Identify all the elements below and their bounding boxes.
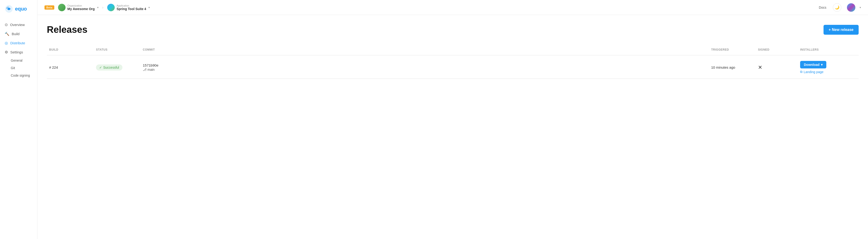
theme-toggle-button[interactable]: 🌙 [833, 3, 841, 12]
sidebar-item-label-overview: Overview [10, 23, 25, 27]
breadcrumb-arrow-icon: › [102, 5, 103, 9]
page-title: Releases [47, 24, 87, 35]
sidebar-item-label-distribute: Distribute [10, 41, 25, 45]
build-number: # 224 [47, 64, 94, 71]
installers-col: Download ▾ ⧉ Landing page [800, 61, 856, 74]
signed-x-icon: ✕ [758, 64, 762, 70]
col-status: STATUS [94, 47, 141, 53]
checkmark-icon: ✓ [99, 66, 102, 69]
download-label: Download [804, 63, 819, 66]
beta-badge: Beta [44, 5, 54, 9]
sidebar-sub-item-code-signing[interactable]: Code signing [0, 72, 37, 79]
col-installers: INSTALLERS [798, 47, 859, 53]
col-commit: COMMIT [141, 47, 709, 53]
svg-point-1 [8, 8, 10, 10]
user-chevron-icon[interactable]: ▾ [860, 6, 861, 9]
installers-cell: Download ▾ ⧉ Landing page [798, 60, 859, 75]
page-header: Releases + New release [47, 24, 859, 35]
releases-table: BUILD STATUS COMMIT TRIGGERED SIGNED INS… [47, 44, 859, 79]
status-badge: ✓ Successful [96, 64, 122, 70]
moon-icon: 🌙 [835, 5, 839, 9]
sidebar-item-overview[interactable]: ⊙ Overview [0, 20, 37, 29]
user-avatar[interactable] [847, 3, 855, 12]
main-content: Beta Organization My Awesome Org ▾ › App… [37, 0, 868, 239]
docs-link[interactable]: Docs [819, 6, 826, 9]
logo-container: equo [0, 5, 37, 20]
triggered-cell: 10 minutes ago [709, 64, 756, 71]
sidebar-item-build[interactable]: 🔨 Build [0, 29, 37, 38]
app-name: Spring Tool Suite 4 [117, 7, 146, 11]
table-row: # 224 ✓ Successful 1571b90e ⎇ main 10 mi… [47, 56, 859, 79]
commit-hash: 1571b90e [143, 63, 707, 67]
landing-page-label: Landing page [804, 70, 824, 74]
commit-branch: ⎇ main [143, 68, 707, 71]
sidebar-sub-item-git[interactable]: Git [0, 64, 37, 72]
header: Beta Organization My Awesome Org ▾ › App… [37, 0, 868, 15]
sidebar-item-label-build: Build [12, 32, 20, 36]
org-avatar [58, 4, 66, 11]
status-text: Successful [103, 66, 119, 69]
landing-page-link[interactable]: ⧉ Landing page [800, 70, 824, 74]
general-label: General [11, 59, 23, 62]
logo-text: equo [15, 6, 27, 12]
app-info: Application Spring Tool Suite 4 [117, 4, 146, 11]
new-release-button[interactable]: + New release [824, 25, 859, 35]
org-info: Organization My Awesome Org [67, 4, 95, 11]
sidebar: equo ⊙ Overview 🔨 Build ◎ Distribute ⚙ S… [0, 0, 37, 239]
org-chevron-icon: ▾ [97, 6, 98, 9]
distribute-icon: ◎ [5, 41, 8, 45]
commit-cell: 1571b90e ⎇ main [141, 62, 709, 73]
code-signing-label: Code signing [11, 73, 30, 77]
app-label: Application [117, 4, 146, 7]
sidebar-item-distribute[interactable]: ◎ Distribute [0, 38, 37, 48]
app-selector[interactable]: Application Spring Tool Suite 4 ▾ [107, 4, 150, 11]
sidebar-item-label-settings: Settings [10, 50, 23, 54]
col-build: BUILD [47, 47, 94, 53]
content-area: Releases + New release BUILD STATUS COMM… [37, 15, 868, 239]
app-avatar [107, 4, 115, 11]
build-icon: 🔨 [5, 32, 9, 36]
status-cell: ✓ Successful [94, 63, 141, 72]
branch-icon: ⎇ [143, 68, 147, 71]
equo-logo-icon [5, 5, 13, 13]
settings-icon: ⚙ [5, 50, 8, 54]
branch-name: main [148, 68, 155, 71]
table-header: BUILD STATUS COMMIT TRIGGERED SIGNED INS… [47, 44, 859, 55]
copy-icon: ⧉ [800, 70, 802, 74]
signed-cell: ✕ [756, 63, 798, 72]
overview-icon: ⊙ [5, 23, 8, 27]
git-label: Git [11, 66, 15, 70]
download-button[interactable]: Download ▾ [800, 61, 826, 68]
col-signed: SIGNED [756, 47, 798, 53]
download-chevron-icon: ▾ [821, 63, 823, 66]
org-name: My Awesome Org [67, 7, 95, 11]
app-chevron-icon: ▾ [148, 6, 150, 9]
sidebar-item-settings[interactable]: ⚙ Settings [0, 48, 37, 57]
org-label: Organization [67, 4, 95, 7]
org-selector[interactable]: Organization My Awesome Org ▾ [58, 4, 98, 11]
col-triggered: TRIGGERED [709, 47, 756, 53]
sidebar-sub-item-general[interactable]: General [0, 57, 37, 64]
